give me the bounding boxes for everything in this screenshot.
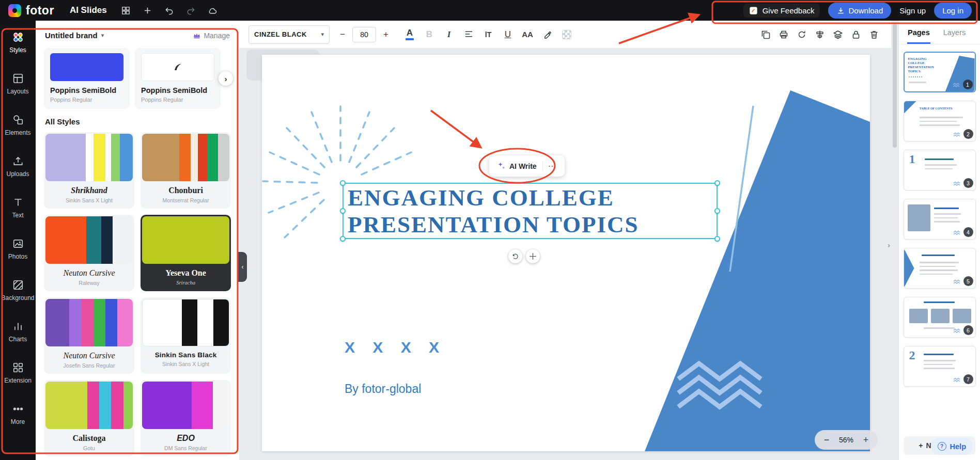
slide-title-text[interactable]: ENGAGING COLLEGE PRESENTATION TOPICS [344, 184, 717, 238]
font-size-increase-button[interactable]: + [378, 26, 394, 43]
sidebar-item-elements[interactable]: Elements [0, 104, 36, 146]
resize-handle[interactable] [714, 180, 720, 186]
delete-button[interactable] [866, 26, 882, 43]
page-thumbnail-5[interactable]: 5 [904, 248, 976, 289]
sidebar-item-photos[interactable]: Photos [0, 228, 36, 269]
page-thumbnail-2[interactable]: Table of Contents 2 [904, 101, 976, 141]
uploads-icon [12, 155, 24, 167]
sidebar-item-uploads[interactable]: Uploads [0, 146, 36, 187]
byline-text[interactable]: By fotor-global [345, 382, 421, 396]
bold-button[interactable]: B [419, 26, 439, 43]
log-in-button[interactable]: Log in [934, 3, 972, 19]
decor-x-row[interactable]: X X X X [345, 339, 446, 356]
selected-text-box[interactable]: ENGAGING COLLEGE PRESENTATION TOPICS [343, 183, 718, 239]
highlight-button[interactable] [537, 26, 557, 43]
brand-style-card[interactable]: Poppins SemiBold Poppins Regular [44, 48, 130, 109]
collapse-left-panel-button[interactable]: ‹ [238, 252, 247, 282]
italic-button[interactable]: I [439, 26, 459, 43]
style-card-yeseva-one[interactable]: Yeseva One Sriracha [141, 215, 231, 291]
style-card-neuton-cursive[interactable]: Neuton Cursive Raleway [44, 215, 134, 291]
page-thumbnail-3[interactable]: 1 3 [904, 150, 976, 191]
zoom-in-button[interactable]: + [858, 432, 874, 448]
letter-case-button[interactable]: AA [518, 26, 537, 43]
print-button[interactable] [776, 26, 791, 43]
undo-button[interactable] [161, 3, 178, 18]
redo-button[interactable] [182, 3, 200, 18]
resize-handle[interactable] [714, 208, 720, 214]
brand-style-card[interactable]: Poppins SemiBold Poppins Regular [135, 48, 221, 109]
ai-write-button[interactable]: AI Write [491, 155, 542, 177]
page-number-badge: 4 [963, 227, 973, 237]
sidebar-item-text[interactable]: Text [0, 187, 36, 228]
styles-panel: Untitled brand ▾ Manage Poppins SemiBold… [36, 21, 239, 460]
transparency-button[interactable] [557, 26, 577, 43]
page-thumbnail-6[interactable]: 6 [904, 297, 976, 338]
resize-handle[interactable] [340, 208, 346, 214]
cloud-save-button[interactable] [204, 3, 222, 18]
font-family-select[interactable]: Cinzel Black ▾ [248, 25, 330, 44]
expand-right-panel-chevron[interactable]: › [888, 241, 890, 249]
vertical-text-button[interactable]: lT [478, 26, 498, 43]
duplicate-button[interactable] [758, 26, 773, 43]
sidebar-item-background[interactable]: Background [0, 269, 36, 311]
sidebar-item-styles[interactable]: Styles [0, 22, 36, 63]
refresh-icon [797, 29, 807, 40]
thumb-photo [953, 309, 971, 323]
sidebar-item-charts[interactable]: Charts [0, 311, 36, 352]
style-card-sinkin-sans-black[interactable]: Sinkin Sans Black Sinkin Sans X Light [141, 297, 231, 374]
panel-tabs: Pages Layers [899, 21, 980, 44]
scrollbar-thumb[interactable] [893, 24, 897, 148]
lock-button[interactable] [848, 26, 864, 43]
resize-handle[interactable] [340, 180, 346, 186]
style-card-shrikhand[interactable]: Shrikhand Sinkin Sans X Light [44, 132, 134, 209]
undo-icon [164, 6, 174, 15]
log-in-label: Log in [942, 6, 963, 15]
underline-button[interactable]: U [498, 26, 518, 43]
help-button[interactable]: ? Help [931, 438, 973, 455]
brand-dropdown[interactable]: Untitled brand ▾ [45, 31, 104, 40]
carousel-next-button[interactable]: › [219, 71, 233, 86]
refresh-button[interactable] [794, 26, 810, 43]
style-card-edo[interactable]: EDO DM Sans Regular [141, 380, 231, 456]
style-card-chonburi[interactable]: Chonburi Montserrat Regular [141, 132, 231, 209]
fotor-logo[interactable]: fotor [8, 4, 54, 18]
font-size-value[interactable]: 80 [352, 27, 376, 42]
move-handle[interactable] [526, 249, 540, 263]
style-card-calistoga[interactable]: Calistoga Gotu [44, 380, 134, 456]
give-feedback-button[interactable]: Give Feedback [743, 4, 820, 18]
canvas-area[interactable]: AI Write ⋯ ENGAGING COLLEGE PRESENTATION… [239, 49, 891, 460]
page-thumbnail-1[interactable]: Engaging College Presentation Topics 1 [904, 52, 976, 92]
extension-icon [12, 362, 24, 373]
page-thumbnail-7[interactable]: 2 7 [904, 346, 976, 387]
sidebar-item-layouts[interactable]: Layouts [0, 63, 36, 104]
sign-up-button[interactable]: Sign up [899, 6, 926, 15]
download-label: Download [849, 6, 883, 15]
more-options-button[interactable]: ⋯ [543, 161, 563, 171]
sidebar-item-more[interactable]: More [0, 393, 36, 435]
resize-handle[interactable] [340, 236, 346, 242]
templates-grid-button[interactable] [117, 3, 135, 18]
photos-icon [12, 238, 24, 249]
align-button[interactable] [459, 26, 478, 43]
sidebar-item-extension[interactable]: Extension [0, 352, 36, 393]
slide[interactable]: AI Write ⋯ ENGAGING COLLEGE PRESENTATION… [262, 55, 870, 451]
layer-order-button[interactable] [830, 26, 846, 43]
style-swatch [45, 382, 133, 429]
rotate-handle[interactable] [508, 249, 522, 263]
manage-brand-button[interactable]: Manage [193, 31, 230, 40]
tab-pages[interactable]: Pages [907, 21, 930, 44]
style-card-neuton-cursive-2[interactable]: Neuton Cursive Josefin Sans Regular [44, 297, 134, 374]
text-color-button[interactable]: A [400, 26, 419, 43]
waves-icon [953, 328, 961, 334]
page-thumbnail-4[interactable]: 4 [904, 199, 976, 240]
tab-layers[interactable]: Layers [943, 21, 967, 44]
font-size-decrease-button[interactable]: − [335, 26, 350, 43]
zoom-out-button[interactable]: − [819, 432, 834, 448]
vertical-scrollbar[interactable] [891, 21, 898, 460]
new-design-button[interactable] [139, 3, 157, 18]
position-button[interactable] [812, 26, 828, 43]
download-button[interactable]: Download [828, 3, 892, 19]
diagonal-shape [645, 90, 870, 451]
resize-handle[interactable] [714, 236, 720, 242]
printer-icon [779, 29, 789, 40]
